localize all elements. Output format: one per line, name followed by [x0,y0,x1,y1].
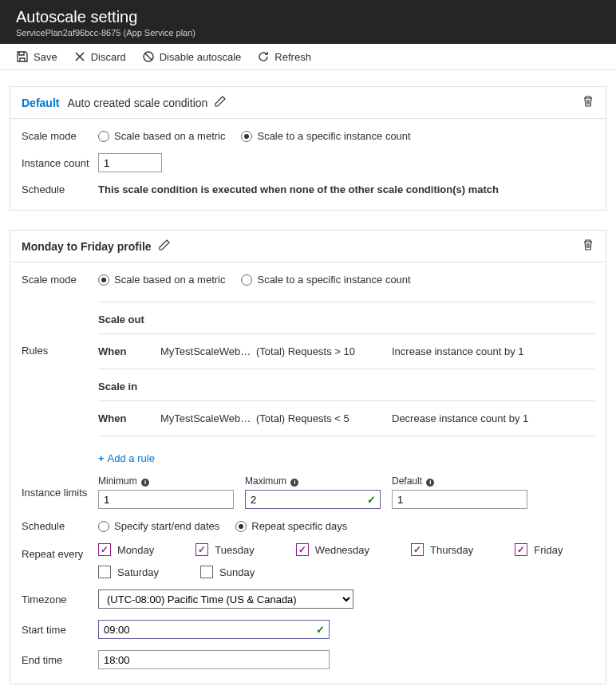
check-icon: ✓ [316,624,325,636]
trash-icon [582,95,594,108]
end-time-input[interactable] [98,650,330,669]
day-label: Monday [117,544,154,556]
add-rule-button[interactable]: + Add a rule [98,452,155,464]
day-saturday-checkbox[interactable]: Saturday [98,566,159,578]
pencil-icon [158,239,171,251]
scale-mode-label: Scale mode [22,130,98,142]
profile-condition-panel: Monday to Friday profile Scale mode Scal… [10,230,606,684]
schedule-repeat-radio[interactable]: Repeat specific days [235,520,347,532]
profile-title: Monday to Friday profile [22,240,152,253]
radio-icon [98,521,109,532]
rule-condition: (Total) Requests < 5 [256,412,392,424]
info-icon[interactable]: i [290,479,298,487]
rule-resource: MyTestScaleWebA… [160,345,256,357]
radio-label: Specify start/end dates [114,520,219,532]
day-sunday-checkbox[interactable]: Sunday [200,566,255,578]
save-icon [16,50,29,63]
radio-icon [241,274,252,286]
default-scale-metric-radio[interactable]: Scale based on a metric [98,130,225,142]
profile-scale-fixed-radio[interactable]: Scale to a specific instance count [241,274,410,286]
start-time-label: Start time [22,624,98,636]
divider [98,369,594,369]
radio-icon [241,131,252,142]
schedule-text: This scale condition is executed when no… [98,183,594,195]
instance-limits-label: Instance limits [22,487,98,499]
day-label: Tuesday [215,544,254,556]
schedule-dates-radio[interactable]: Specify start/end dates [98,520,219,532]
page-title: Autoscale setting [16,8,600,26]
checkbox-icon [296,543,309,556]
edit-profile-name-button[interactable] [158,239,171,254]
instance-count-label: Instance count [22,157,98,169]
day-label: Wednesday [315,544,369,556]
scale-out-heading: Scale out [98,307,594,329]
day-label: Thursday [430,544,473,556]
delete-default-button[interactable] [582,95,594,110]
default-scale-fixed-radio[interactable]: Scale to a specific instance count [241,130,410,142]
page-subtitle: ServicePlan2af96bcc-8675 (App Service pl… [16,28,600,37]
info-icon[interactable]: i [141,479,149,487]
checkbox-icon [411,543,424,556]
day-thursday-checkbox[interactable]: Thursday [411,543,473,556]
radio-label: Scale based on a metric [114,130,225,142]
check-icon: ✓ [367,494,376,506]
plus-icon: + [98,452,105,464]
radio-label: Scale to a specific instance count [257,274,410,286]
save-button[interactable]: Save [16,50,57,63]
info-icon[interactable]: i [426,479,434,487]
disable-autoscale-button[interactable]: Disable autoscale [142,50,242,63]
discard-label: Discard [91,51,126,63]
day-label: Saturday [117,566,159,578]
maximum-input[interactable] [245,490,381,509]
checkbox-icon [98,566,111,578]
day-wednesday-checkbox[interactable]: Wednesday [296,543,369,556]
discard-button[interactable]: Discard [73,50,126,63]
rules-label: Rules [22,297,98,357]
pencil-icon [214,95,227,108]
scale-out-rule-row[interactable]: When MyTestScaleWebA… (Total) Requests >… [98,339,594,364]
refresh-button[interactable]: Refresh [257,50,311,63]
instance-count-input[interactable] [98,153,162,172]
default-title: Default [22,97,59,109]
default-condition-panel: Default Auto created scale condition Sca… [10,86,606,211]
refresh-icon [257,50,270,63]
divider [98,302,594,302]
delete-profile-button[interactable] [582,239,594,254]
edit-default-name-button[interactable] [214,95,227,110]
divider [98,436,594,436]
add-rule-label: Add a rule [108,452,155,464]
profile-scale-metric-radio[interactable]: Scale based on a metric [98,274,225,286]
radio-icon [98,274,109,286]
radio-label: Scale to a specific instance count [257,130,410,142]
default-panel-header: Default Auto created scale condition [10,87,606,119]
save-label: Save [34,51,57,63]
default-label: Default i [392,475,527,487]
end-time-label: End time [22,654,98,666]
radio-label: Scale based on a metric [114,274,225,286]
checkbox-icon [195,543,208,556]
divider [98,333,594,334]
close-icon [73,50,86,63]
radio-icon [98,131,109,142]
day-label: Friday [534,544,563,556]
rule-when: When [98,412,160,424]
checkbox-icon [98,543,111,556]
toolbar: Save Discard Disable autoscale Refresh [0,44,616,70]
scale-in-heading: Scale in [98,374,594,396]
day-monday-checkbox[interactable]: Monday [98,543,154,556]
day-tuesday-checkbox[interactable]: Tuesday [195,543,254,556]
rule-action: Increase instance count by 1 [392,345,594,357]
radio-icon [235,521,247,532]
default-input[interactable] [392,490,527,509]
disable-icon [142,50,155,63]
day-label: Sunday [219,566,255,578]
scale-in-rule-row[interactable]: When MyTestScaleWebA… (Total) Requests <… [98,406,594,431]
page-header: Autoscale setting ServicePlan2af96bcc-86… [0,0,616,44]
divider [98,400,594,401]
timezone-select[interactable]: (UTC-08:00) Pacific Time (US & Canada) [98,590,353,609]
trash-icon [582,239,594,251]
start-time-input[interactable] [98,620,330,639]
day-friday-checkbox[interactable]: Friday [515,543,563,556]
rule-resource: MyTestScaleWebA… [160,412,256,424]
minimum-input[interactable] [98,490,234,509]
